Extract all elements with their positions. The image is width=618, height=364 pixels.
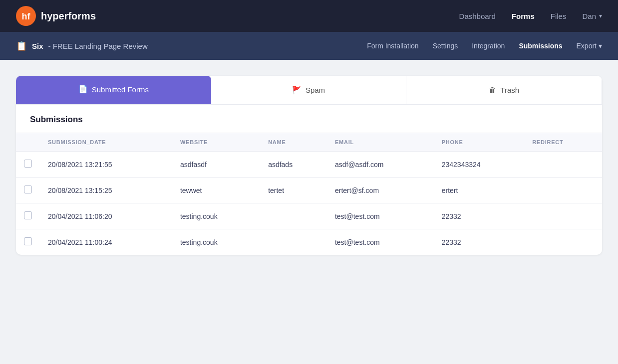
submissions-card: 📄 Submitted Forms 🚩 Spam 🗑 Trash Submiss… xyxy=(16,76,602,255)
col-date: SUBMISSION_DATE xyxy=(40,133,172,152)
subnav-form-installation[interactable]: Form Installation xyxy=(367,42,418,50)
trash-icon: 🗑 xyxy=(489,86,496,94)
table-row: 20/08/2021 13:15:25tewwettertetertert@sf… xyxy=(16,178,602,203)
tab-spam[interactable]: 🚩 Spam xyxy=(211,76,407,104)
logo-icon: hf xyxy=(16,6,36,26)
tab-trash[interactable]: 🗑 Trash xyxy=(406,76,602,104)
tabs-row: 📄 Submitted Forms 🚩 Spam 🗑 Trash xyxy=(16,76,602,105)
nav-forms[interactable]: Forms xyxy=(512,12,535,20)
col-name: NAME xyxy=(260,133,327,152)
row-email: test@test.com xyxy=(327,203,434,229)
row-phone: ertert xyxy=(434,178,524,203)
tab-submitted-label: Submitted Forms xyxy=(92,85,149,94)
subnav-submissions[interactable]: Submissions xyxy=(519,42,562,50)
form-name: Six xyxy=(32,42,43,50)
nav-dashboard[interactable]: Dashboard xyxy=(459,12,496,20)
subnav-settings[interactable]: Settings xyxy=(433,42,458,50)
submissions-section-header: Submissions xyxy=(16,105,602,133)
row-date: 20/08/2021 13:15:25 xyxy=(40,178,172,203)
row-checkbox[interactable] xyxy=(24,211,32,219)
row-email: asdf@asdf.com xyxy=(327,152,434,178)
row-website: testing.couk xyxy=(172,203,260,229)
svg-text:hf: hf xyxy=(22,11,31,21)
row-date: 20/08/2021 13:21:55 xyxy=(40,152,172,178)
spam-icon: 🚩 xyxy=(292,86,302,95)
table-body: 20/08/2021 13:21:55asdfasdfasdfadsasdf@a… xyxy=(16,152,602,255)
top-nav-links: Dashboard Forms Files Dan ▾ xyxy=(459,12,602,20)
row-name: tertet xyxy=(260,178,327,203)
row-phone: 22332 xyxy=(434,229,524,255)
row-name xyxy=(260,229,327,255)
row-checkbox[interactable] xyxy=(24,237,32,245)
form-icon: 📋 xyxy=(16,40,27,51)
row-website: testing.couk xyxy=(172,229,260,255)
user-menu[interactable]: Dan ▾ xyxy=(582,12,602,20)
row-checkbox-cell xyxy=(16,229,40,255)
nav-files[interactable]: Files xyxy=(551,12,567,20)
sub-nav: 📋 Six - FREE Landing Page Review Form In… xyxy=(0,32,618,60)
col-website: WEBSITE xyxy=(172,133,260,152)
col-redirect: REDIRECT xyxy=(524,133,602,152)
table-row: 20/08/2021 13:21:55asdfasdfasdfadsasdf@a… xyxy=(16,152,602,178)
row-checkbox-cell xyxy=(16,152,40,178)
doc-icon: 📄 xyxy=(78,85,88,94)
row-date: 20/04/2021 11:06:20 xyxy=(40,203,172,229)
tab-trash-label: Trash xyxy=(500,86,519,94)
user-name: Dan xyxy=(582,12,596,20)
tab-spam-label: Spam xyxy=(306,86,325,94)
row-website: tewwet xyxy=(172,178,260,203)
row-checkbox-cell xyxy=(16,178,40,203)
row-redirect xyxy=(524,152,602,178)
row-email: ertert@sf.com xyxy=(327,178,434,203)
col-email: EMAIL xyxy=(327,133,434,152)
top-nav: hf hyperforms Dashboard Forms Files Dan … xyxy=(0,0,618,32)
row-checkbox[interactable] xyxy=(24,185,32,193)
row-redirect xyxy=(524,178,602,203)
sub-nav-links: Form Installation Settings Integration S… xyxy=(367,42,602,50)
row-checkbox-cell xyxy=(16,203,40,229)
submissions-title: Submissions xyxy=(30,115,588,125)
row-redirect xyxy=(524,229,602,255)
row-phone: 2342343324 xyxy=(434,152,524,178)
subnav-integration[interactable]: Integration xyxy=(472,42,505,50)
subnav-export-label: Export xyxy=(577,42,597,50)
row-redirect xyxy=(524,203,602,229)
row-checkbox[interactable] xyxy=(24,160,32,168)
row-phone: 22332 xyxy=(434,203,524,229)
table-header: SUBMISSION_DATE WEBSITE NAME EMAIL PHONE… xyxy=(16,133,602,152)
form-title-area: 📋 Six - FREE Landing Page Review xyxy=(16,40,148,51)
tab-submitted-forms[interactable]: 📄 Submitted Forms xyxy=(16,76,211,104)
submissions-table: SUBMISSION_DATE WEBSITE NAME EMAIL PHONE… xyxy=(16,133,602,255)
chevron-down-icon: ▾ xyxy=(599,42,602,50)
row-website: asdfasdf xyxy=(172,152,260,178)
table-row: 20/04/2021 11:00:24testing.couktest@test… xyxy=(16,229,602,255)
logo-text: hyperforms xyxy=(41,10,96,22)
form-subtitle: - FREE Landing Page Review xyxy=(48,42,148,50)
main-content: 📄 Submitted Forms 🚩 Spam 🗑 Trash Submiss… xyxy=(0,60,618,271)
logo-area: hf hyperforms xyxy=(16,6,96,26)
row-email: test@test.com xyxy=(327,229,434,255)
chevron-down-icon: ▾ xyxy=(599,12,602,19)
row-name xyxy=(260,203,327,229)
col-checkbox xyxy=(16,133,40,152)
table-row: 20/04/2021 11:06:20testing.couktest@test… xyxy=(16,203,602,229)
row-name: asdfads xyxy=(260,152,327,178)
subnav-export[interactable]: Export ▾ xyxy=(577,42,602,50)
row-date: 20/04/2021 11:00:24 xyxy=(40,229,172,255)
col-phone: PHONE xyxy=(434,133,524,152)
